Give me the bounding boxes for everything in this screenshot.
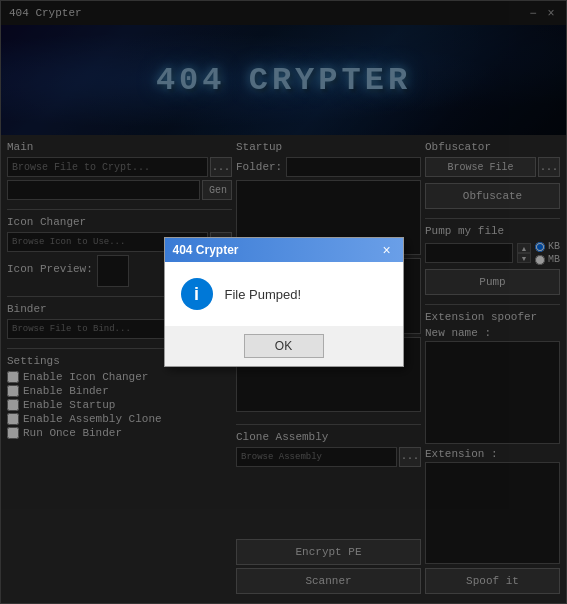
modal-message: File Pumped! xyxy=(225,287,302,302)
modal-title: 404 Crypter xyxy=(173,243,239,257)
modal-dialog: 404 Crypter × i File Pumped! OK xyxy=(164,237,404,367)
modal-overlay: 404 Crypter × i File Pumped! OK xyxy=(0,0,567,604)
modal-ok-button[interactable]: OK xyxy=(244,334,324,358)
modal-info-icon: i xyxy=(181,278,213,310)
modal-body: i File Pumped! xyxy=(165,262,403,326)
modal-footer: OK xyxy=(165,326,403,366)
modal-close-button[interactable]: × xyxy=(379,242,395,258)
modal-titlebar: 404 Crypter × xyxy=(165,238,403,262)
